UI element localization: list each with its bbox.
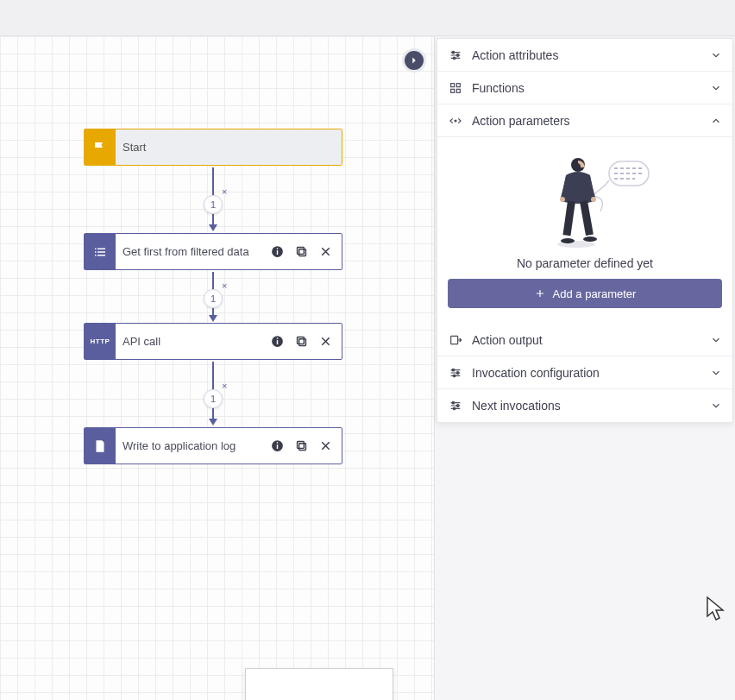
svg-rect-6 <box>276 340 277 344</box>
node-write-log[interactable]: Write to application log <box>84 427 342 464</box>
edge-delete-icon[interactable]: × <box>222 186 227 197</box>
section-action-attributes[interactable]: Action attributes <box>437 39 732 72</box>
params-icon <box>448 113 463 129</box>
svg-rect-4 <box>297 248 304 255</box>
section-label: Next invocations <box>472 399 701 413</box>
top-bar <box>0 0 735 36</box>
svg-point-40 <box>456 405 459 407</box>
svg-point-15 <box>452 51 455 54</box>
svg-rect-30 <box>580 200 594 236</box>
svg-rect-13 <box>298 444 305 451</box>
info-icon[interactable] <box>269 244 285 260</box>
edge-count-badge[interactable]: 1 <box>204 195 223 214</box>
node-label: Start <box>116 129 342 165</box>
delete-icon[interactable] <box>317 334 333 350</box>
file-icon <box>85 428 116 464</box>
svg-rect-21 <box>456 89 460 92</box>
svg-rect-35 <box>451 336 458 344</box>
svg-point-39 <box>452 401 455 404</box>
svg-rect-7 <box>276 337 277 338</box>
node-get-first-filtered[interactable]: Get first from filtered data <box>84 233 342 270</box>
svg-rect-18 <box>451 83 455 86</box>
edge-count-badge[interactable]: 1 <box>204 289 223 308</box>
chevron-down-icon <box>710 400 722 412</box>
section-label: Functions <box>472 81 701 95</box>
svg-rect-9 <box>297 337 304 344</box>
section-label: Action parameters <box>472 114 701 128</box>
flow-canvas[interactable]: Start × 1 Get first from filtered data ×… <box>0 36 435 700</box>
svg-rect-3 <box>298 249 305 256</box>
copy-icon[interactable] <box>293 244 309 260</box>
svg-rect-1 <box>276 250 277 255</box>
floating-panel[interactable] <box>245 668 393 700</box>
svg-rect-19 <box>456 83 460 86</box>
svg-rect-11 <box>276 445 277 449</box>
chevron-down-icon <box>710 334 722 346</box>
svg-point-38 <box>453 375 455 377</box>
svg-rect-20 <box>451 89 455 92</box>
mouse-cursor-icon <box>706 596 726 621</box>
chevron-up-icon <box>710 115 722 127</box>
svg-point-16 <box>456 54 459 56</box>
delete-icon[interactable] <box>317 438 333 454</box>
node-label: Get first from filtered data <box>116 234 261 269</box>
node-start[interactable]: Start <box>84 129 342 166</box>
svg-rect-12 <box>276 442 277 443</box>
section-invocation-config[interactable]: Invocation configuration <box>437 356 732 389</box>
svg-point-22 <box>455 120 456 122</box>
edge-delete-icon[interactable]: × <box>222 281 227 291</box>
http-icon: HTTP <box>85 324 116 359</box>
info-icon[interactable] <box>269 438 285 454</box>
section-functions[interactable]: Functions <box>437 72 732 104</box>
add-parameter-button[interactable]: Add a parameter <box>448 279 722 308</box>
section-label: Invocation configuration <box>472 366 701 380</box>
sliders-icon <box>448 365 463 381</box>
node-api-call[interactable]: HTTP API call <box>84 323 342 360</box>
collapse-panel-button[interactable] <box>402 48 426 73</box>
add-parameter-label: Add a parameter <box>553 287 637 300</box>
copy-icon[interactable] <box>293 438 309 454</box>
flag-icon <box>85 129 116 165</box>
svg-point-31 <box>561 238 575 243</box>
section-label: Action output <box>472 333 701 347</box>
svg-rect-29 <box>562 200 575 236</box>
chevron-down-icon <box>710 367 722 379</box>
parameters-body: No parameter defined yet Add a parameter <box>437 137 732 324</box>
delete-icon[interactable] <box>317 244 333 260</box>
edge-count-badge[interactable]: 1 <box>204 389 223 408</box>
svg-point-41 <box>453 407 455 410</box>
svg-point-32 <box>583 236 597 242</box>
list-icon <box>85 234 116 269</box>
svg-point-36 <box>452 369 455 371</box>
section-action-output[interactable]: Action output <box>437 324 732 356</box>
svg-rect-14 <box>297 442 304 449</box>
edge-delete-icon[interactable]: × <box>222 381 227 391</box>
empty-state-text: No parameter defined yet <box>444 256 726 270</box>
section-label: Action attributes <box>472 48 701 62</box>
grid-icon <box>448 80 463 96</box>
svg-point-37 <box>456 371 459 374</box>
copy-icon[interactable] <box>293 334 309 350</box>
plus-icon <box>534 287 546 300</box>
svg-rect-8 <box>298 339 305 346</box>
properties-panel: Action attributes Functions Action param… <box>437 38 733 423</box>
sliders-icon <box>448 47 463 63</box>
output-icon <box>448 332 463 348</box>
node-label: API call <box>116 324 261 359</box>
node-label: Write to application log <box>116 428 261 464</box>
sliders-icon <box>448 398 463 413</box>
svg-point-17 <box>453 57 455 60</box>
svg-point-34 <box>591 197 596 202</box>
empty-illustration <box>444 155 726 249</box>
info-icon[interactable] <box>269 334 285 350</box>
section-next-invocations[interactable]: Next invocations <box>437 389 732 422</box>
chevron-down-icon <box>710 49 722 61</box>
chevron-down-icon <box>710 82 722 94</box>
section-action-parameters[interactable]: Action parameters <box>437 104 732 137</box>
svg-rect-2 <box>276 248 277 249</box>
svg-point-33 <box>560 197 565 202</box>
